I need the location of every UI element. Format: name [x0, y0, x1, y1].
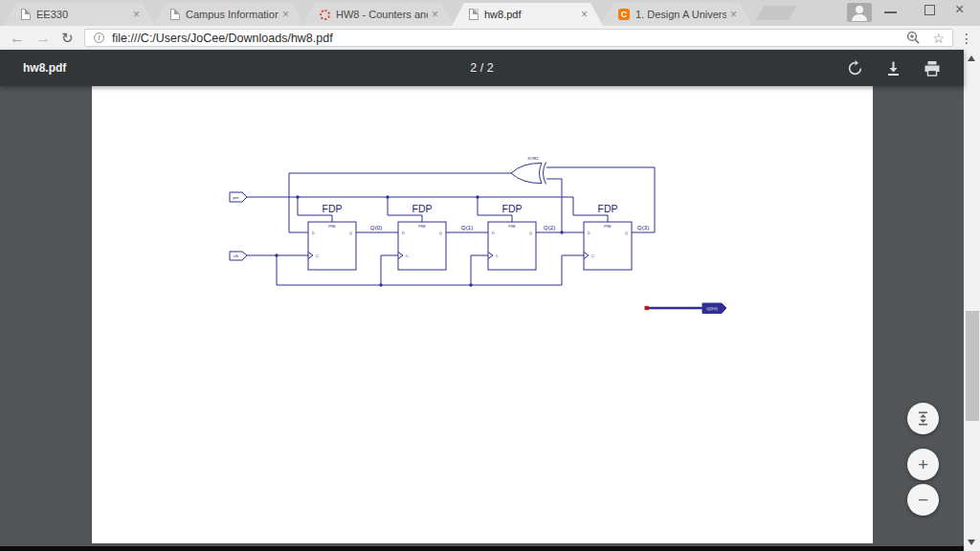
scroll-up-icon[interactable] — [968, 55, 975, 61]
window-close-button[interactable]: × — [955, 1, 964, 18]
page-favicon-icon — [21, 9, 31, 20]
flipflop-0-label: FDP — [323, 203, 343, 214]
flipflop-2-label: FDP — [502, 203, 523, 214]
bottom-edge-bar — [0, 546, 964, 551]
ff0-d-pin: D — [312, 231, 315, 235]
scroll-down-icon[interactable] — [968, 540, 975, 545]
tab-campus-info[interactable]: Campus Information Serv × — [153, 3, 304, 26]
q1-net-label: Q(1) — [461, 224, 473, 231]
browser-toolbar: ← → ↻ i file:///C:/Users/JoCee/Downloads… — [0, 26, 980, 50]
pdf-page: Q(3:0) pre clk XOR2 FDP FDP FDP FDP Q(0)… — [92, 86, 873, 543]
fit-page-button[interactable] — [907, 403, 939, 434]
minimize-button[interactable] — [884, 11, 897, 13]
tab-hw8-canvas[interactable]: HW8 - Counters and Reg × — [302, 3, 454, 26]
ff1-d-pin: D — [402, 231, 405, 235]
pdf-page-indicator: 2 / 2 — [0, 61, 964, 75]
tab-title: EE330 — [36, 9, 129, 20]
clk-input-label: clk — [234, 253, 239, 258]
print-icon[interactable] — [924, 60, 941, 77]
lfsr-schematic: Q(3:0) pre clk XOR2 FDP FDP FDP FDP Q(0)… — [220, 153, 737, 320]
xor-gate — [511, 163, 542, 183]
scrollbar-thumb[interactable] — [966, 311, 979, 421]
address-bar[interactable]: i file:///C:/Users/JoCee/Downloads/hw8.p… — [84, 29, 953, 47]
ff1-q-pin: Q — [439, 231, 442, 235]
tab-close-icon[interactable]: × — [133, 9, 140, 20]
fit-page-icon — [917, 411, 929, 426]
ff3-c-pin: C — [591, 254, 594, 258]
q2-net-label: Q(2) — [544, 224, 555, 231]
tab-strip: EE330 × Campus Information Serv × HW8 - … — [0, 0, 980, 26]
ff3-pre-pin: PRE — [604, 225, 612, 229]
back-icon[interactable]: ← — [10, 26, 25, 50]
tab-close-icon[interactable]: × — [730, 9, 737, 20]
pdf-viewer: Q(3:0) pre clk XOR2 FDP FDP FDP FDP Q(0)… — [0, 86, 964, 551]
tab-title: hw8.pdf — [484, 9, 577, 20]
chegg-favicon-icon: C — [618, 9, 630, 20]
zoom-indicator-icon[interactable] — [906, 31, 921, 45]
forward-icon[interactable]: → — [35, 26, 51, 50]
reload-icon[interactable]: ↻ — [61, 26, 74, 50]
flipflop-1-label: FDP — [412, 203, 433, 214]
info-icon[interactable]: i — [94, 33, 104, 43]
bus-output: Q(3:0) — [645, 303, 727, 314]
tab-ee330[interactable]: EE330 × — [4, 3, 155, 26]
flipflop-1-box — [398, 222, 446, 270]
url-text[interactable]: file:///C:/Users/JoCee/Downloads/hw8.pdf — [112, 32, 906, 45]
profile-avatar-button[interactable] — [847, 3, 872, 22]
ff3-d-pin: D — [588, 231, 590, 235]
download-icon[interactable] — [885, 60, 902, 77]
ff0-c-pin: C — [316, 254, 319, 258]
pdf-toolbar: hw8.pdf 2 / 2 — [0, 50, 964, 86]
ff3-q-pin: Q — [625, 231, 628, 235]
tab-hw8-pdf-active[interactable]: hw8.pdf × — [452, 3, 603, 26]
ff2-pre-pin: PRE — [508, 225, 516, 229]
q0-net-label: Q(0) — [370, 224, 382, 231]
tab-close-icon[interactable]: × — [282, 9, 289, 20]
flipflop-3-label: FDP — [598, 203, 618, 214]
pre-input-label: pre — [233, 195, 239, 200]
browser-menu-icon[interactable]: ⋮ — [960, 26, 973, 50]
bus-label: Q(3:0) — [706, 306, 718, 311]
tab-title: Campus Information Serv — [186, 9, 278, 20]
zoom-out-button[interactable]: − — [907, 484, 939, 516]
ff2-d-pin: D — [492, 231, 495, 235]
page-favicon-icon — [170, 9, 180, 20]
ff0-q-pin: Q — [349, 231, 352, 235]
tab-close-icon[interactable]: × — [432, 9, 438, 20]
ff1-pre-pin: PRE — [418, 225, 426, 229]
ff1-c-pin: C — [406, 254, 409, 258]
page-favicon-icon — [469, 9, 479, 20]
vertical-scrollbar[interactable] — [964, 50, 980, 551]
tab-title: 1. Design A Universal Shi — [635, 9, 726, 20]
flipflop-2-box — [488, 222, 536, 270]
tab-title: HW8 - Counters and Reg — [336, 9, 428, 20]
tab-chegg[interactable]: C 1. Design A Universal Shi × — [601, 3, 752, 26]
flipflop-0-box — [308, 222, 356, 270]
canvas-favicon-icon — [320, 10, 330, 20]
ff0-pre-pin: PRE — [328, 225, 336, 229]
ff2-c-pin: C — [496, 254, 499, 258]
tab-close-icon[interactable]: × — [581, 9, 588, 20]
unconnected-pin-marker — [645, 306, 649, 310]
restore-button[interactable] — [924, 5, 935, 15]
rotate-icon[interactable] — [847, 60, 863, 77]
zoom-in-button[interactable]: + — [907, 449, 939, 480]
flipflop-3-box — [584, 222, 632, 270]
xor-gate-label: XOR2 — [527, 156, 539, 161]
q3-net-label: Q(3) — [637, 224, 649, 231]
bookmark-star-icon[interactable]: ☆ — [932, 31, 945, 46]
new-tab-button[interactable] — [756, 6, 796, 20]
ff2-q-pin: Q — [529, 231, 532, 235]
